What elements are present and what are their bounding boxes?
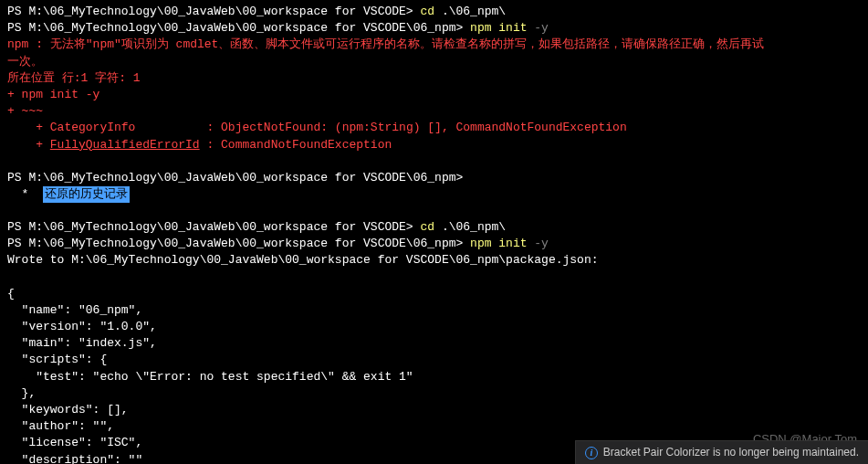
info-icon: i <box>585 447 598 459</box>
notification-toast[interactable]: i Bracket Pair Colorizer is no longer be… <box>575 440 868 464</box>
output-line: Wrote to M:\06_MyTechnology\00_JavaWeb\0… <box>7 252 861 269</box>
error-category: + CategoryInfo : ObjectNotFound: (npm:St… <box>7 120 861 136</box>
history-highlight: 还原的历史记录 <box>43 186 130 203</box>
blank-line <box>7 269 861 286</box>
terminal-line: PS M:\06_MyTechnology\00_JavaWeb\00_work… <box>7 20 861 37</box>
blank-line <box>7 153 861 170</box>
error-line: + npm init -y <box>7 87 861 103</box>
notification-text: Bracket Pair Colorizer is no longer bein… <box>603 445 859 460</box>
json-line: "test": "echo \"Error: no test specified… <box>7 369 861 385</box>
json-line: }, <box>7 385 861 402</box>
error-line: + ~~~ <box>7 103 861 120</box>
json-line: "version": "1.0.0", <box>7 319 861 335</box>
json-line: "keywords": [], <box>7 402 861 418</box>
terminal-line: PS M:\06_MyTechnology\00_JavaWeb\00_work… <box>7 219 861 236</box>
prompt-line: PS M:\06_MyTechnology\00_JavaWeb\00_work… <box>7 170 861 186</box>
blank-line <box>7 203 861 219</box>
terminal-line: PS M:\06_MyTechnology\00_JavaWeb\00_work… <box>7 236 861 252</box>
history-restore-line: * 还原的历史记录 <box>7 186 861 203</box>
json-line: { <box>7 286 861 302</box>
error-line: 所在位置 行:1 字符: 1 <box>7 70 861 87</box>
json-line: "main": "index.js", <box>7 335 861 352</box>
json-line: "name": "06_npm", <box>7 302 861 319</box>
error-qualified-id: + FullyQualifiedErrorId : CommandNotFoun… <box>7 137 861 153</box>
terminal-line: PS M:\06_MyTechnology\00_JavaWeb\00_work… <box>7 4 861 20</box>
json-line: "scripts": { <box>7 352 861 368</box>
json-line: "author": "", <box>7 418 861 435</box>
error-line: npm : 无法将"npm"项识别为 cmdlet、函数、脚本文件或可运行程序的… <box>7 37 861 53</box>
error-line: 一次。 <box>7 54 861 70</box>
